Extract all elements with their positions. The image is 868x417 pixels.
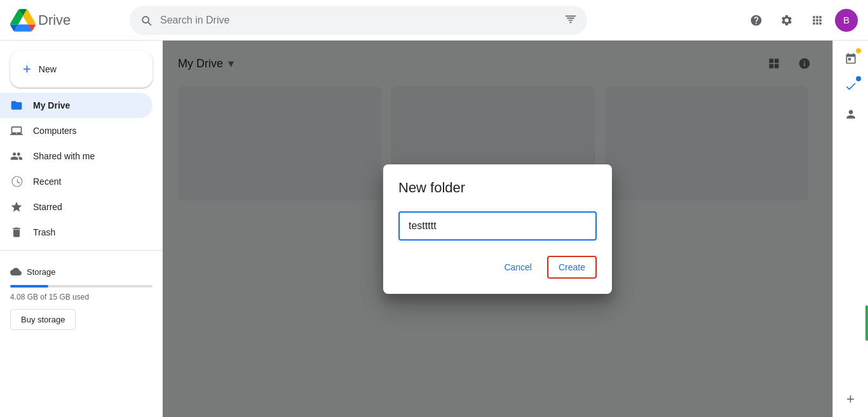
create-button[interactable]: Create — [547, 256, 597, 279]
cancel-button[interactable]: Cancel — [494, 257, 542, 277]
dialog-actions: Cancel Create — [398, 256, 597, 279]
apps-button[interactable] — [804, 8, 830, 33]
avatar[interactable]: B — [835, 9, 858, 32]
person-icon — [844, 108, 857, 121]
storage-bar-fill — [10, 285, 48, 288]
help-icon — [750, 14, 763, 27]
recent-icon — [10, 175, 23, 188]
trash-icon — [10, 226, 23, 239]
star-icon — [10, 201, 23, 213]
apps-icon — [811, 14, 824, 27]
main-layout: + New My Drive Computers Shared with me — [0, 41, 868, 417]
logo-area: Drive — [10, 8, 125, 33]
sidebar-item-shared[interactable]: Shared with me — [0, 143, 153, 169]
plus-icon: + — [23, 61, 31, 77]
calendar-button[interactable] — [838, 46, 864, 71]
sidebar-item-recent[interactable]: Recent — [0, 169, 153, 194]
computers-label: Computers — [33, 126, 76, 136]
calendar-badge — [856, 48, 861, 53]
sidebar-item-my-drive[interactable]: My Drive — [0, 93, 153, 118]
sidebar-divider — [0, 250, 163, 251]
calendar-icon — [844, 52, 857, 65]
folder-name-input[interactable] — [398, 211, 597, 241]
recent-label: Recent — [33, 176, 61, 187]
search-input[interactable] — [160, 15, 557, 26]
contacts-button[interactable] — [838, 102, 864, 127]
cloud-icon — [10, 266, 22, 277]
search-bar[interactable] — [130, 6, 587, 35]
drive-logo-icon — [10, 8, 36, 33]
my-drive-label: My Drive — [33, 100, 70, 110]
sidebar-item-trash[interactable]: Trash — [0, 220, 153, 245]
new-button[interactable]: + New — [10, 51, 153, 88]
buy-storage-button[interactable]: Buy storage — [10, 309, 76, 330]
topbar-right: B — [743, 8, 858, 33]
storage-bar-bg — [10, 285, 153, 288]
people-icon — [10, 150, 23, 162]
green-indicator — [865, 305, 868, 341]
trash-label: Trash — [33, 227, 55, 237]
new-folder-dialog: New folder Cancel Create — [383, 164, 612, 294]
storage-section: Storage 4.08 GB of 15 GB used Buy storag… — [0, 256, 163, 335]
sidebar-item-starred[interactable]: Starred — [0, 194, 153, 220]
storage-label: Storage — [10, 266, 153, 277]
storage-text: 4.08 GB of 15 GB used — [10, 293, 153, 301]
dialog-title: New folder — [398, 180, 597, 196]
new-button-label: New — [39, 64, 57, 74]
sidebar-item-computers[interactable]: Computers — [0, 118, 153, 143]
topbar: Drive B — [0, 0, 868, 41]
search-icon — [140, 14, 153, 27]
right-sidebar: + — [832, 41, 868, 417]
gear-icon — [780, 14, 793, 27]
shared-label: Shared with me — [33, 151, 95, 161]
tasks-icon — [844, 80, 857, 93]
tasks-button[interactable] — [838, 74, 864, 99]
main-content: My Drive ▾ — [163, 41, 832, 417]
app-name: Drive — [38, 12, 71, 29]
starred-label: Starred — [33, 202, 62, 212]
computer-icon — [10, 124, 23, 137]
modal-overlay[interactable]: New folder Cancel Create — [163, 41, 832, 417]
filter-icon[interactable] — [564, 14, 577, 27]
add-panel-button[interactable]: + — [838, 387, 864, 412]
help-button[interactable] — [743, 8, 769, 33]
folder-icon — [10, 99, 23, 112]
settings-button[interactable] — [774, 8, 799, 33]
tasks-badge — [856, 76, 861, 81]
sidebar: + New My Drive Computers Shared with me — [0, 41, 163, 417]
